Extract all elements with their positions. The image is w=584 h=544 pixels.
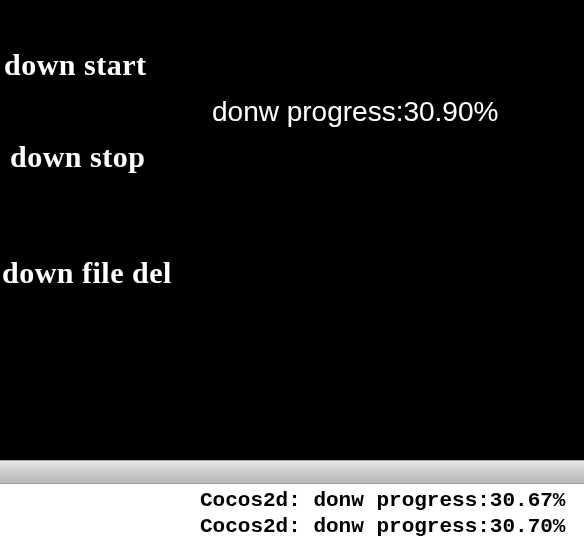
down-stop-button[interactable]: down stop <box>10 140 145 174</box>
console-line: Cocos2d: donw progress:30.70% <box>200 514 584 540</box>
down-start-button[interactable]: down start <box>4 48 147 82</box>
simulator-view: down start down stop down file del donw … <box>0 0 584 460</box>
window-separator <box>0 460 584 484</box>
console-output: Cocos2d: donw progress:30.67% Cocos2d: d… <box>0 484 584 544</box>
console-line: Cocos2d: donw progress:30.67% <box>200 488 584 514</box>
down-file-del-button[interactable]: down file del <box>2 256 172 290</box>
progress-label: donw progress:30.90% <box>212 96 498 128</box>
